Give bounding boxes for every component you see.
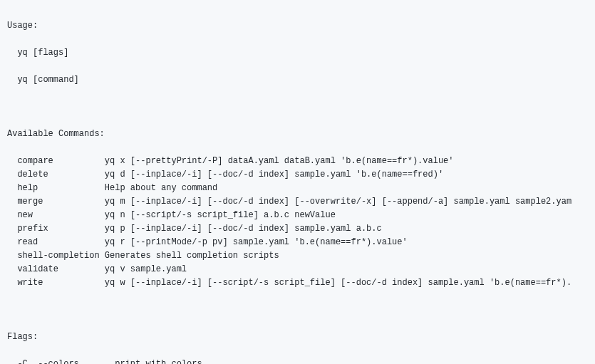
flags-header: Flags: [7,331,588,344]
usage-line: yq [flags] [7,46,588,60]
command-row: delete yq d [--inplace/-i] [--doc/-d ind… [7,168,588,182]
command-row: shell-completion Generates shell complet… [7,249,588,263]
usage-header: Usage: [7,19,588,33]
command-row: compare yq x [--prettyPrint/-P] dataA.ya… [7,155,588,168]
cli-help-output: Usage: yq [flags] yq [command] Available… [0,0,595,364]
command-row: read yq r [--printMode/-p pv] sample.yam… [7,236,588,249]
command-row: write yq w [--inplace/-i] [--script/-s s… [7,276,588,290]
command-row: help Help about any command [7,182,588,195]
blank-line [7,303,588,317]
command-row: new yq n [--script/-s script_file] a.b.c… [7,209,588,222]
command-row: merge yq m [--inplace/-i] [--doc/-d inde… [7,195,588,209]
commands-header: Available Commands: [7,128,588,141]
flag-row: -C, --colors print with colors [7,358,588,364]
command-row: prefix yq p [--inplace/-i] [--doc/-d ind… [7,222,588,236]
command-row: validate yq v sample.yaml [7,263,588,276]
usage-line: yq [command] [7,73,588,87]
blank-line [7,100,588,114]
